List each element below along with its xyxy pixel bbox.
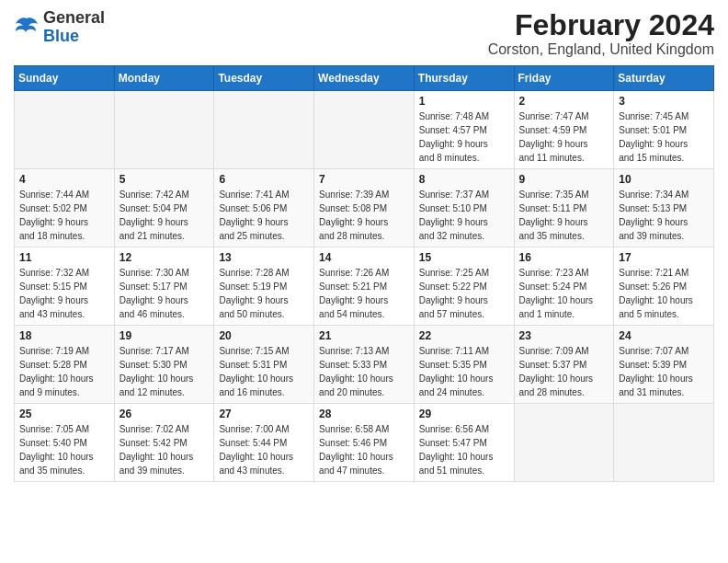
day-number: 24 bbox=[619, 329, 709, 342]
week-row-2: 4Sunrise: 7:44 AM Sunset: 5:02 PM Daylig… bbox=[15, 169, 714, 247]
calendar-cell bbox=[114, 91, 214, 169]
day-number: 12 bbox=[119, 251, 210, 264]
calendar-cell bbox=[514, 404, 614, 482]
calendar-cell: 8Sunrise: 7:37 AM Sunset: 5:10 PM Daylig… bbox=[414, 169, 514, 247]
day-number: 8 bbox=[419, 173, 509, 186]
day-info: Sunrise: 6:58 AM Sunset: 5:46 PM Dayligh… bbox=[319, 422, 409, 477]
day-info: Sunrise: 7:37 AM Sunset: 5:10 PM Dayligh… bbox=[419, 188, 509, 243]
calendar-cell: 27Sunrise: 7:00 AM Sunset: 5:44 PM Dayli… bbox=[214, 404, 314, 482]
day-number: 7 bbox=[319, 173, 409, 186]
day-info: Sunrise: 7:09 AM Sunset: 5:37 PM Dayligh… bbox=[519, 344, 609, 399]
day-number: 16 bbox=[519, 251, 609, 264]
day-number: 26 bbox=[119, 408, 210, 420]
location-subtitle: Corston, England, United Kingdom bbox=[488, 41, 714, 58]
day-info: Sunrise: 7:02 AM Sunset: 5:42 PM Dayligh… bbox=[119, 422, 210, 477]
col-header-friday: Friday bbox=[514, 66, 614, 91]
day-info: Sunrise: 7:35 AM Sunset: 5:11 PM Dayligh… bbox=[519, 188, 609, 243]
calendar-cell: 21Sunrise: 7:13 AM Sunset: 5:33 PM Dayli… bbox=[314, 326, 415, 404]
day-info: Sunrise: 7:44 AM Sunset: 5:02 PM Dayligh… bbox=[19, 188, 109, 243]
col-header-tuesday: Tuesday bbox=[214, 66, 314, 91]
calendar-cell: 26Sunrise: 7:02 AM Sunset: 5:42 PM Dayli… bbox=[114, 404, 214, 482]
day-info: Sunrise: 7:39 AM Sunset: 5:08 PM Dayligh… bbox=[319, 188, 409, 243]
logo-bird-icon bbox=[14, 15, 40, 40]
calendar-cell bbox=[614, 404, 714, 482]
day-number: 2 bbox=[519, 95, 609, 108]
day-info: Sunrise: 7:42 AM Sunset: 5:04 PM Dayligh… bbox=[119, 188, 210, 243]
day-info: Sunrise: 7:13 AM Sunset: 5:33 PM Dayligh… bbox=[319, 344, 409, 399]
day-number: 10 bbox=[619, 173, 709, 186]
calendar-cell: 29Sunrise: 6:56 AM Sunset: 5:47 PM Dayli… bbox=[414, 404, 514, 482]
calendar-cell: 25Sunrise: 7:05 AM Sunset: 5:40 PM Dayli… bbox=[15, 404, 115, 482]
col-header-wednesday: Wednesday bbox=[314, 66, 415, 91]
day-number: 17 bbox=[619, 251, 709, 264]
day-info: Sunrise: 7:07 AM Sunset: 5:39 PM Dayligh… bbox=[619, 344, 709, 399]
week-row-3: 11Sunrise: 7:32 AM Sunset: 5:15 PM Dayli… bbox=[15, 247, 714, 326]
day-number: 21 bbox=[319, 329, 409, 342]
day-info: Sunrise: 7:41 AM Sunset: 5:06 PM Dayligh… bbox=[219, 188, 309, 243]
day-number: 1 bbox=[419, 95, 509, 108]
day-number: 4 bbox=[19, 173, 109, 186]
calendar-cell: 24Sunrise: 7:07 AM Sunset: 5:39 PM Dayli… bbox=[614, 326, 714, 404]
calendar-cell: 7Sunrise: 7:39 AM Sunset: 5:08 PM Daylig… bbox=[314, 169, 415, 247]
day-number: 13 bbox=[219, 251, 309, 264]
calendar-cell: 17Sunrise: 7:21 AM Sunset: 5:26 PM Dayli… bbox=[614, 247, 714, 326]
day-info: Sunrise: 7:32 AM Sunset: 5:15 PM Dayligh… bbox=[19, 266, 109, 321]
month-year-title: February 2024 bbox=[488, 9, 714, 41]
calendar-cell: 10Sunrise: 7:34 AM Sunset: 5:13 PM Dayli… bbox=[614, 169, 714, 247]
day-info: Sunrise: 7:11 AM Sunset: 5:35 PM Dayligh… bbox=[419, 344, 509, 399]
day-info: Sunrise: 7:47 AM Sunset: 4:59 PM Dayligh… bbox=[519, 109, 609, 165]
week-row-4: 18Sunrise: 7:19 AM Sunset: 5:28 PM Dayli… bbox=[15, 326, 714, 404]
col-header-thursday: Thursday bbox=[414, 66, 514, 91]
calendar-cell: 14Sunrise: 7:26 AM Sunset: 5:21 PM Dayli… bbox=[314, 247, 415, 326]
calendar-cell: 12Sunrise: 7:30 AM Sunset: 5:17 PM Dayli… bbox=[114, 247, 214, 326]
day-info: Sunrise: 7:17 AM Sunset: 5:30 PM Dayligh… bbox=[119, 344, 210, 399]
calendar-cell bbox=[314, 91, 415, 169]
calendar-cell: 22Sunrise: 7:11 AM Sunset: 5:35 PM Dayli… bbox=[414, 326, 514, 404]
logo: General Blue bbox=[14, 9, 105, 46]
day-info: Sunrise: 7:30 AM Sunset: 5:17 PM Dayligh… bbox=[119, 266, 210, 321]
day-number: 27 bbox=[219, 408, 309, 420]
calendar-cell: 4Sunrise: 7:44 AM Sunset: 5:02 PM Daylig… bbox=[15, 169, 115, 247]
calendar-cell: 20Sunrise: 7:15 AM Sunset: 5:31 PM Dayli… bbox=[214, 326, 314, 404]
day-number: 23 bbox=[519, 329, 609, 342]
day-info: Sunrise: 7:21 AM Sunset: 5:26 PM Dayligh… bbox=[619, 266, 709, 321]
day-info: Sunrise: 7:34 AM Sunset: 5:13 PM Dayligh… bbox=[619, 188, 709, 243]
calendar-table: SundayMondayTuesdayWednesdayThursdayFrid… bbox=[14, 65, 714, 482]
day-info: Sunrise: 7:25 AM Sunset: 5:22 PM Dayligh… bbox=[419, 266, 509, 321]
calendar-cell: 13Sunrise: 7:28 AM Sunset: 5:19 PM Dayli… bbox=[214, 247, 314, 326]
calendar-cell: 18Sunrise: 7:19 AM Sunset: 5:28 PM Dayli… bbox=[15, 326, 115, 404]
logo-text: General Blue bbox=[43, 9, 105, 46]
day-number: 6 bbox=[219, 173, 309, 186]
day-number: 22 bbox=[419, 329, 509, 342]
calendar-cell: 11Sunrise: 7:32 AM Sunset: 5:15 PM Dayli… bbox=[15, 247, 115, 326]
col-header-monday: Monday bbox=[114, 66, 214, 91]
calendar-cell: 16Sunrise: 7:23 AM Sunset: 5:24 PM Dayli… bbox=[514, 247, 614, 326]
day-number: 3 bbox=[619, 95, 709, 108]
day-info: Sunrise: 7:45 AM Sunset: 5:01 PM Dayligh… bbox=[619, 109, 709, 165]
day-info: Sunrise: 7:26 AM Sunset: 5:21 PM Dayligh… bbox=[319, 266, 409, 321]
day-info: Sunrise: 7:23 AM Sunset: 5:24 PM Dayligh… bbox=[519, 266, 609, 321]
calendar-cell: 15Sunrise: 7:25 AM Sunset: 5:22 PM Dayli… bbox=[414, 247, 514, 326]
day-info: Sunrise: 6:56 AM Sunset: 5:47 PM Dayligh… bbox=[419, 422, 509, 477]
day-number: 25 bbox=[19, 408, 109, 420]
calendar-cell bbox=[15, 91, 115, 169]
day-number: 5 bbox=[119, 173, 210, 186]
day-info: Sunrise: 7:00 AM Sunset: 5:44 PM Dayligh… bbox=[219, 422, 309, 477]
calendar-cell: 23Sunrise: 7:09 AM Sunset: 5:37 PM Dayli… bbox=[514, 326, 614, 404]
day-number: 28 bbox=[319, 408, 409, 420]
day-info: Sunrise: 7:48 AM Sunset: 4:57 PM Dayligh… bbox=[419, 109, 509, 165]
week-row-5: 25Sunrise: 7:05 AM Sunset: 5:40 PM Dayli… bbox=[15, 404, 714, 482]
day-number: 11 bbox=[19, 251, 109, 264]
calendar-cell: 2Sunrise: 7:47 AM Sunset: 4:59 PM Daylig… bbox=[514, 91, 614, 169]
calendar-cell: 19Sunrise: 7:17 AM Sunset: 5:30 PM Dayli… bbox=[114, 326, 214, 404]
day-number: 18 bbox=[19, 329, 109, 342]
calendar-cell: 9Sunrise: 7:35 AM Sunset: 5:11 PM Daylig… bbox=[514, 169, 614, 247]
calendar-cell: 5Sunrise: 7:42 AM Sunset: 5:04 PM Daylig… bbox=[114, 169, 214, 247]
calendar-cell: 28Sunrise: 6:58 AM Sunset: 5:46 PM Dayli… bbox=[314, 404, 415, 482]
col-header-sunday: Sunday bbox=[15, 66, 115, 91]
day-number: 15 bbox=[419, 251, 509, 264]
day-info: Sunrise: 7:15 AM Sunset: 5:31 PM Dayligh… bbox=[219, 344, 309, 399]
day-number: 19 bbox=[119, 329, 210, 342]
calendar-cell: 1Sunrise: 7:48 AM Sunset: 4:57 PM Daylig… bbox=[414, 91, 514, 169]
day-number: 29 bbox=[419, 408, 509, 420]
